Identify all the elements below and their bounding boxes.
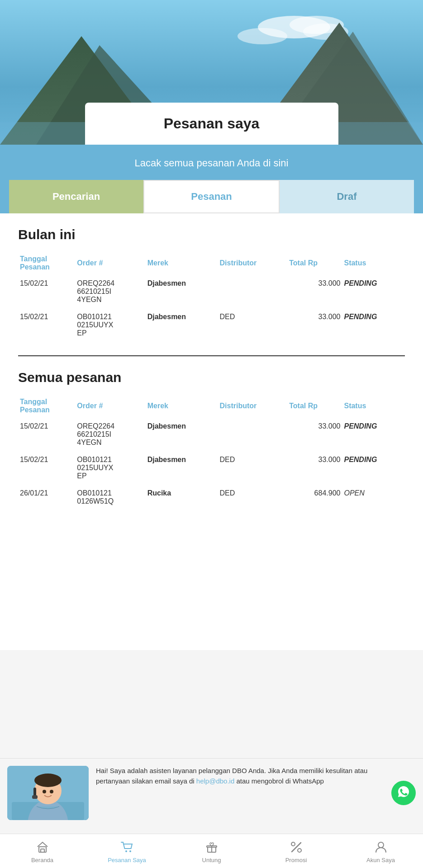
order-date: 15/02/21 bbox=[18, 275, 75, 308]
order-brand: Rucika bbox=[146, 485, 218, 510]
col-distributor: Distributor bbox=[218, 251, 288, 275]
nav-label-akun-saya: Akun Saya bbox=[366, 857, 395, 863]
chat-email-link[interactable]: help@dbo.id bbox=[196, 777, 234, 785]
subtitle-section: Lacak semua pesanan Anda di sini Pencari… bbox=[0, 145, 423, 213]
order-id: OREQ226466210215I4YEGN bbox=[75, 275, 145, 308]
cart-icon bbox=[120, 840, 134, 854]
svg-point-27 bbox=[378, 842, 384, 848]
nav-item-promosi[interactable]: Promosi bbox=[254, 834, 338, 868]
order-date: 26/01/21 bbox=[18, 485, 75, 510]
section-bulan-ini: Bulan ini TanggalPesanan Order # Merek D… bbox=[18, 227, 405, 342]
user-icon bbox=[374, 840, 388, 854]
bottom-nav: Beranda Pesanan Saya Untung Promosi bbox=[0, 834, 423, 868]
col-tanggal-pesanan-2: TanggalPesanan bbox=[18, 394, 75, 418]
order-id: OB0101210215UUYXEP bbox=[75, 451, 145, 485]
order-distributor: DED bbox=[218, 308, 288, 342]
col-order-num-2: Order # bbox=[75, 394, 145, 418]
order-total: 33.000 bbox=[287, 275, 342, 308]
svg-point-26 bbox=[298, 849, 301, 852]
svg-point-21 bbox=[125, 850, 127, 852]
orders-table-semua: TanggalPesanan Order # Merek Distributor… bbox=[18, 394, 405, 510]
nav-label-pesanan-saya: Pesanan Saya bbox=[108, 857, 146, 863]
tab-draf[interactable]: Draf bbox=[280, 180, 414, 213]
svg-point-14 bbox=[34, 774, 62, 787]
nav-item-untung[interactable]: Untung bbox=[169, 834, 254, 868]
svg-rect-16 bbox=[32, 795, 38, 799]
chat-popup: Hai! Saya adalah asisten layanan pelangg… bbox=[0, 758, 423, 827]
order-distributor: DED bbox=[218, 451, 288, 485]
promo-icon bbox=[290, 840, 303, 854]
order-date: 15/02/21 bbox=[18, 308, 75, 342]
section-semua-pesanan: Semua pesanan TanggalPesanan Order # Mer… bbox=[18, 370, 405, 510]
order-date: 15/02/21 bbox=[18, 418, 75, 451]
table-row[interactable]: 15/02/21 OB0101210215UUYXEP Djabesmen DE… bbox=[18, 308, 405, 342]
col-merek-2: Merek bbox=[146, 394, 218, 418]
main-content: Bulan ini TanggalPesanan Order # Merek D… bbox=[0, 213, 423, 650]
gift-icon bbox=[205, 840, 219, 854]
order-brand: Djabesmen bbox=[146, 275, 218, 308]
orders-table-bulan-ini: TanggalPesanan Order # Merek Distributor… bbox=[18, 251, 405, 342]
nav-label-promosi: Promosi bbox=[285, 857, 307, 863]
chat-message-suffix: atau mengobrol di WhatsApp bbox=[234, 777, 324, 785]
tab-pencarian[interactable]: Pencarian bbox=[9, 180, 143, 213]
order-distributor: DED bbox=[218, 485, 288, 510]
section-title-semua-pesanan: Semua pesanan bbox=[18, 370, 405, 385]
table-row[interactable]: 15/02/21 OREQ226466210215I4YEGN Djabesme… bbox=[18, 275, 405, 308]
home-icon bbox=[36, 840, 49, 854]
col-order-num: Order # bbox=[75, 251, 145, 275]
nav-item-pesanan-saya[interactable]: Pesanan Saya bbox=[85, 834, 169, 868]
tab-pesanan[interactable]: Pesanan bbox=[143, 180, 280, 213]
order-total: 33.000 bbox=[287, 308, 342, 342]
order-distributor bbox=[218, 418, 288, 451]
svg-rect-20 bbox=[41, 849, 44, 852]
chat-message-text: Hai! Saya adalah asisten layanan pelangg… bbox=[96, 766, 384, 786]
svg-point-17 bbox=[43, 790, 46, 793]
order-status: PENDING bbox=[342, 451, 405, 485]
svg-point-25 bbox=[291, 842, 295, 846]
nav-item-beranda[interactable]: Beranda bbox=[0, 834, 85, 868]
section-title-bulan-ini: Bulan ini bbox=[18, 227, 405, 242]
svg-point-18 bbox=[50, 790, 53, 793]
order-status: PENDING bbox=[342, 308, 405, 342]
order-total: 33.000 bbox=[287, 418, 342, 451]
subtitle-text: Lacak semua pesanan Anda di sini bbox=[9, 157, 414, 169]
order-status: OPEN bbox=[342, 485, 405, 510]
page-title-card: Pesanan saya bbox=[85, 103, 338, 145]
whatsapp-icon bbox=[397, 785, 410, 801]
order-date: 15/02/21 bbox=[18, 451, 75, 485]
table-row[interactable]: 15/02/21 OREQ226466210215I4YEGN Djabesme… bbox=[18, 418, 405, 451]
whatsapp-button[interactable] bbox=[391, 781, 416, 805]
svg-point-22 bbox=[129, 850, 131, 852]
chat-avatar bbox=[7, 766, 89, 820]
order-id: OREQ226466210215I4YEGN bbox=[75, 418, 145, 451]
col-status: Status bbox=[342, 251, 405, 275]
col-distributor-2: Distributor bbox=[218, 394, 288, 418]
col-status-2: Status bbox=[342, 394, 405, 418]
tabs-row: Pencarian Pesanan Draf bbox=[9, 180, 414, 213]
order-status: PENDING bbox=[342, 275, 405, 308]
order-brand: Djabesmen bbox=[146, 451, 218, 485]
order-id: OB0101210215UUYXEP bbox=[75, 308, 145, 342]
order-brand: Djabesmen bbox=[146, 418, 218, 451]
order-brand: Djabesmen bbox=[146, 308, 218, 342]
section-divider bbox=[18, 355, 405, 356]
nav-item-akun-saya[interactable]: Akun Saya bbox=[338, 834, 423, 868]
table-row[interactable]: 26/01/21 OB0101210126W51Q Rucika DED 684… bbox=[18, 485, 405, 510]
order-total: 33.000 bbox=[287, 451, 342, 485]
order-total: 684.900 bbox=[287, 485, 342, 510]
table-row[interactable]: 15/02/21 OB0101210215UUYXEP Djabesmen DE… bbox=[18, 451, 405, 485]
col-tanggal-pesanan: TanggalPesanan bbox=[18, 251, 75, 275]
col-total: Total Rp bbox=[287, 251, 342, 275]
svg-point-4 bbox=[238, 28, 287, 44]
order-distributor bbox=[218, 275, 288, 308]
col-merek: Merek bbox=[146, 251, 218, 275]
nav-label-beranda: Beranda bbox=[31, 857, 53, 863]
col-total-2: Total Rp bbox=[287, 394, 342, 418]
hero-section: Pesanan saya bbox=[0, 0, 423, 145]
order-id: OB0101210126W51Q bbox=[75, 485, 145, 510]
page-title: Pesanan saya bbox=[103, 115, 320, 132]
nav-label-untung: Untung bbox=[202, 857, 221, 863]
order-status: PENDING bbox=[342, 418, 405, 451]
